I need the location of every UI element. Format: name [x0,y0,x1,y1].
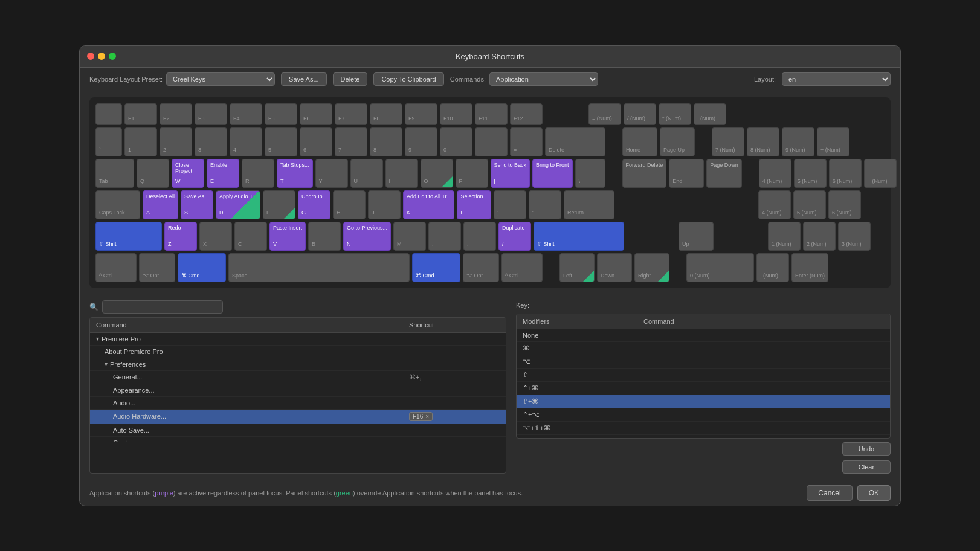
layout-select[interactable]: en [782,72,891,86]
key-v[interactable]: Paste Insert V [269,222,306,251]
key-num-8[interactable]: 8 (Num) [747,127,779,156]
key-f8[interactable]: F8 [370,103,402,125]
key-c[interactable]: C [234,222,267,251]
key-o[interactable]: O [421,159,453,188]
key-f[interactable]: F [263,190,295,219]
key-quote[interactable]: ' [529,190,561,219]
key-table-row[interactable]: ⌥+⇧+⌘ [517,422,890,435]
key-z[interactable]: Redo Z [164,222,197,251]
key-ctrl-right[interactable]: ^ Ctrl [501,253,543,282]
key-q[interactable]: Q [137,159,169,188]
key-equals[interactable]: = [510,127,543,156]
key-num-5b[interactable]: 5 (Num) [793,190,826,219]
key-f6[interactable]: F6 [300,103,332,125]
key-up[interactable]: Up [679,222,714,251]
key-0[interactable]: 0 [440,127,472,156]
key-return[interactable]: Return [564,190,614,219]
key-j[interactable]: J [368,190,401,219]
key-table-row[interactable]: ⌘ [517,342,890,355]
key-k[interactable]: Add Edit to All Tr... K [403,190,455,219]
key-backtick[interactable]: ` [95,127,122,156]
key-9[interactable]: 9 [405,127,437,156]
key-y[interactable]: Y [315,159,348,188]
key-num-plus[interactable]: + (Num) [817,127,849,156]
key-opt-left[interactable]: ⌥ Opt [139,253,175,282]
list-item[interactable]: Audio... [90,397,506,410]
key-bracket-l[interactable]: Send to Back [ [491,159,530,188]
list-item[interactable]: Capture... [90,437,506,442]
key-f3[interactable]: F3 [195,103,227,125]
list-item[interactable]: ▾ Preferences [90,358,506,371]
key-ctrl-left[interactable]: ^ Ctrl [95,253,137,282]
key-backslash[interactable]: \ [575,159,605,188]
remove-shortcut-button[interactable]: × [425,413,429,420]
key-space[interactable]: Space [228,253,410,282]
key-end[interactable]: End [669,159,704,188]
list-item[interactable]: Auto Save... [90,424,506,437]
key-f2[interactable]: F2 [160,103,192,125]
key-tab[interactable]: Tab [95,159,134,188]
ok-button[interactable]: OK [857,485,891,501]
copy-clipboard-button[interactable]: Copy To Clipboard [373,72,443,86]
minimize-button[interactable] [98,53,105,60]
key-num-4b[interactable]: 4 (Num) [758,190,791,219]
key-h[interactable]: H [333,190,366,219]
key-page-up[interactable]: Page Up [660,127,695,156]
key-page-down[interactable]: Page Down [706,159,742,188]
key-num-eq[interactable]: = (Num) [588,103,621,125]
key-u[interactable]: U [350,159,383,188]
key-4[interactable]: 4 [230,127,262,156]
key-table-row[interactable]: ^ [517,435,890,438]
key-minus[interactable]: - [475,127,508,156]
key-forward-delete[interactable]: Forward Delete [622,159,667,188]
key-n[interactable]: Go to Previous... N [343,222,391,251]
list-item[interactable]: General... ⌘+, [90,371,506,384]
undo-button[interactable]: Undo [842,442,891,456]
key-num-7[interactable]: 7 (Num) [712,127,744,156]
delete-button[interactable]: Delete [333,72,368,86]
key-enter-num[interactable]: Enter (Num) [791,253,828,282]
key-t[interactable]: Tab Stops... T [277,159,313,188]
key-semicolon[interactable]: ; [494,190,526,219]
key-5[interactable]: 5 [265,127,297,156]
key-g[interactable]: Ungroup G [298,190,330,219]
key-left[interactable]: Left [559,253,595,282]
clear-button[interactable]: Clear [842,460,891,474]
key-p[interactable]: P [456,159,488,188]
key-table-row[interactable]: ⌥ [517,355,890,369]
key-num-5[interactable]: 5 (Num) [794,159,827,188]
key-bracket-r[interactable]: Bring to Front ] [532,159,573,188]
key-period[interactable]: . [463,222,496,251]
key-a[interactable]: Deselect All A [143,190,178,219]
key-num-mul[interactable]: * (Num) [659,103,691,125]
key-table-row[interactable]: ⇧+⌘ [517,395,890,408]
key-shift-left[interactable]: ⇧ Shift [95,222,162,251]
key-num-9[interactable]: 9 (Num) [782,127,814,156]
key-comma[interactable]: , [428,222,461,251]
key-num-3[interactable]: 3 (Num) [838,222,871,251]
close-button[interactable] [87,53,94,60]
key-i[interactable]: I [385,159,418,188]
key-1[interactable]: 1 [124,127,157,156]
key-6[interactable]: 6 [300,127,332,156]
list-item[interactable]: ▾ Premiere Pro [90,333,506,346]
key-num-2[interactable]: 2 (Num) [803,222,836,251]
key-3[interactable]: 3 [195,127,227,156]
key-right[interactable]: Right [634,253,669,282]
key-num-dot[interactable]: , (Num) [756,253,789,282]
preset-select[interactable]: Creel Keys [166,72,275,86]
key-7[interactable]: 7 [335,127,367,156]
key-x[interactable]: X [199,222,232,251]
key-num-plus2[interactable]: + (Num) [864,159,897,188]
maximize-button[interactable] [109,53,116,60]
key-caps-lock[interactable]: Caps Lock [95,190,140,219]
key-f9[interactable]: F9 [405,103,437,125]
key-num-0[interactable]: 0 (Num) [686,253,754,282]
key-slash[interactable]: Duplicate / [498,222,531,251]
key-f12[interactable]: F12 [510,103,543,125]
key-s[interactable]: Save As... S [181,190,213,219]
key-table-row[interactable]: ⇧ [517,369,890,382]
save-as-button[interactable]: Save As... [281,72,327,86]
key-l[interactable]: Selection... L [457,190,491,219]
key-2[interactable]: 2 [160,127,192,156]
